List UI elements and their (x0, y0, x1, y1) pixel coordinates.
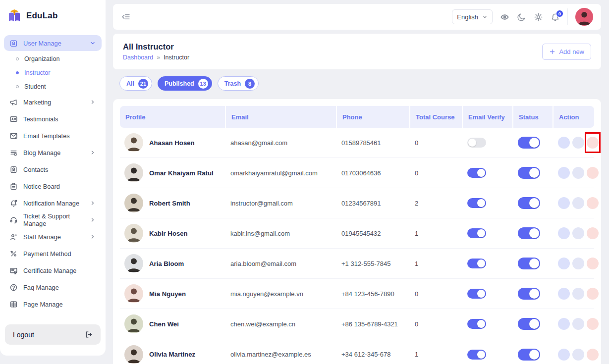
sidebar-item-faq-manage[interactable]: Faq Manage (4, 279, 102, 295)
filter-tab-published[interactable]: Published 13 (158, 76, 212, 91)
status-toggle[interactable] (518, 288, 540, 300)
view-button[interactable] (572, 197, 584, 209)
phone-cell: +1 312-555-7845 (336, 260, 409, 267)
delete-button[interactable] (587, 258, 599, 269)
sidebar-item-blog-manage[interactable]: Blog Manage (4, 145, 102, 160)
edit-button[interactable] (558, 137, 570, 149)
view-button[interactable] (572, 288, 584, 300)
toggle-knob (529, 228, 539, 238)
email-verify-toggle[interactable] (467, 259, 486, 268)
sidebar-item-notification-manage[interactable]: Notification Manage (4, 195, 102, 211)
sidebar-item-label: Blog Manage (23, 149, 60, 156)
sidebar-item-label: User Manage (23, 40, 61, 47)
dark-mode-moon-icon[interactable] (517, 12, 526, 22)
email-verify-toggle[interactable] (467, 228, 486, 238)
sidebar-item-page-manage[interactable]: Page Manage (4, 296, 102, 312)
status-toggle[interactable] (518, 349, 540, 361)
sidebar-item-label: Notice Board (23, 183, 60, 190)
eye-icon[interactable] (500, 12, 509, 22)
email-verify-toggle[interactable] (467, 289, 486, 299)
edit-button[interactable] (558, 288, 570, 300)
sidebar-item-payment-method[interactable]: Payment Method (4, 246, 102, 261)
delete-button[interactable] (587, 197, 599, 209)
status-toggle[interactable] (518, 258, 540, 269)
view-button[interactable] (572, 227, 584, 239)
user-avatar[interactable] (575, 8, 593, 26)
sidebar-item-testimonials[interactable]: Testimonials (4, 111, 102, 127)
language-select[interactable]: English (452, 9, 493, 24)
sidebar-item-certificate-manage[interactable]: Certificate Manage (4, 262, 102, 278)
logout-button[interactable]: Logout (5, 324, 101, 345)
status-toggle[interactable] (518, 197, 540, 209)
certificate-icon (9, 266, 18, 275)
action-cell (553, 258, 599, 269)
sidebar-item-student[interactable]: Student (4, 80, 102, 93)
logout-label: Logout (13, 331, 34, 339)
delete-button[interactable] (587, 137, 599, 149)
sidebar-item-label: Notification Manage (23, 200, 79, 207)
email-verify-cell (462, 319, 512, 329)
edit-button[interactable] (558, 349, 570, 361)
email-verify-toggle[interactable] (467, 319, 486, 329)
gear-icon[interactable] (534, 12, 543, 22)
delete-button[interactable] (587, 167, 599, 179)
sidebar-item-email-templates[interactable]: Email Templates (4, 128, 102, 144)
edit-button[interactable] (558, 167, 570, 179)
sidebar-item-contacts[interactable]: Contacts (4, 161, 102, 177)
toggle-knob (529, 319, 539, 329)
total-course-cell: 0 (409, 320, 462, 328)
edit-button[interactable] (558, 197, 570, 209)
sidebar-item-user-manage[interactable]: User Manage (4, 35, 102, 51)
email-verify-toggle[interactable] (467, 350, 486, 360)
sidebar-item-staff-manage[interactable]: Staff Manage (4, 229, 102, 245)
delete-button[interactable] (587, 288, 599, 300)
table-row-kabir-hosen: Kabir Hosen kabir.ins@gmail.com 01945545… (120, 218, 594, 249)
add-new-button[interactable]: Add new (542, 44, 591, 60)
edit-button[interactable] (558, 227, 570, 239)
delete-button[interactable] (587, 318, 599, 330)
toggle-knob (529, 289, 539, 299)
view-button[interactable] (572, 318, 584, 330)
app-logo[interactable]: EduLab (0, 0, 106, 30)
status-toggle[interactable] (518, 227, 540, 239)
view-button[interactable] (572, 258, 584, 269)
email-verify-toggle[interactable] (467, 138, 486, 148)
email-verify-toggle[interactable] (467, 168, 486, 178)
notification-bell-icon[interactable]: 0 (551, 12, 560, 22)
email-cell: chen.wei@example.cn (225, 320, 336, 328)
status-toggle[interactable] (518, 167, 540, 179)
delete-button[interactable] (587, 227, 599, 239)
sidebar-item-marketing[interactable]: Marketing (4, 94, 102, 110)
sidebar-item-label: Certificate Manage (23, 267, 76, 274)
sidebar-item-ticket-support-manage[interactable]: Ticket & Support Manage (4, 212, 102, 228)
sidebar-item-organization[interactable]: Organization (4, 52, 102, 65)
table-body: Ahasan Hosen ahasan@gmail.com 0158978546… (120, 128, 594, 364)
phone-cell: +86 135-6789-4321 (336, 320, 409, 328)
instructor-name: Ahasan Hosen (149, 139, 195, 147)
column-header-profile: Profile (120, 106, 225, 128)
edit-button[interactable] (558, 318, 570, 330)
edit-button[interactable] (558, 258, 570, 269)
view-button[interactable] (572, 137, 584, 149)
delete-button[interactable] (587, 349, 599, 361)
toggle-knob (477, 320, 485, 328)
status-toggle[interactable] (518, 137, 540, 149)
email-template-icon (9, 132, 18, 140)
email-verify-toggle[interactable] (467, 198, 486, 208)
email-cell: instructor@gmail.com (225, 200, 336, 207)
filter-tab-trash[interactable]: Trash 8 (218, 76, 259, 91)
view-button[interactable] (572, 167, 584, 179)
breadcrumb-dashboard-link[interactable]: Dashboard (123, 54, 153, 61)
sidebar-item-notice-board[interactable]: Notice Board (4, 178, 102, 194)
instructor-avatar (124, 133, 143, 152)
view-button[interactable] (572, 349, 584, 361)
status-toggle[interactable] (518, 318, 540, 330)
instructor-avatar (124, 163, 143, 182)
filter-tab-all[interactable]: All 21 (119, 76, 152, 91)
bullet-icon (16, 71, 19, 74)
profile-cell: Kabir Hosen (120, 224, 225, 243)
sidebar-collapse-icon[interactable] (121, 12, 131, 22)
sidebar-item-label: Organization (24, 55, 59, 62)
sidebar-item-instructor[interactable]: Instructor (4, 66, 102, 79)
email-cell: mia.nguyen@example.vn (225, 290, 336, 298)
